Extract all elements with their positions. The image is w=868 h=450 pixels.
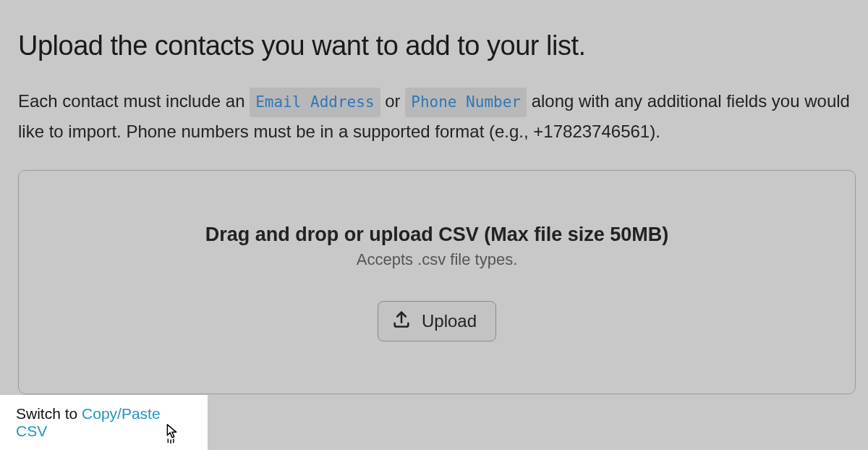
email-chip: Email Address xyxy=(250,88,380,117)
switch-mode-panel: Switch to Copy/Paste CSV xyxy=(0,395,208,450)
upload-button-label: Upload xyxy=(422,311,477,331)
cursor-icon xyxy=(161,423,182,447)
phone-chip: Phone Number xyxy=(405,88,527,117)
instructions-text: Each contact must include an Email Addre… xyxy=(18,87,854,145)
page-title: Upload the contacts you want to add to y… xyxy=(18,30,586,61)
switch-prefix: Switch to xyxy=(16,405,82,422)
instructions-pre: Each contact must include an xyxy=(18,91,250,111)
upload-icon xyxy=(391,309,412,334)
instructions-mid: or xyxy=(385,91,405,111)
upload-button[interactable]: Upload xyxy=(378,301,496,341)
dropzone-subtitle: Accepts .csv file types. xyxy=(357,250,518,269)
file-dropzone[interactable]: Drag and drop or upload CSV (Max file si… xyxy=(18,170,856,394)
dropzone-title: Drag and drop or upload CSV (Max file si… xyxy=(205,224,669,246)
